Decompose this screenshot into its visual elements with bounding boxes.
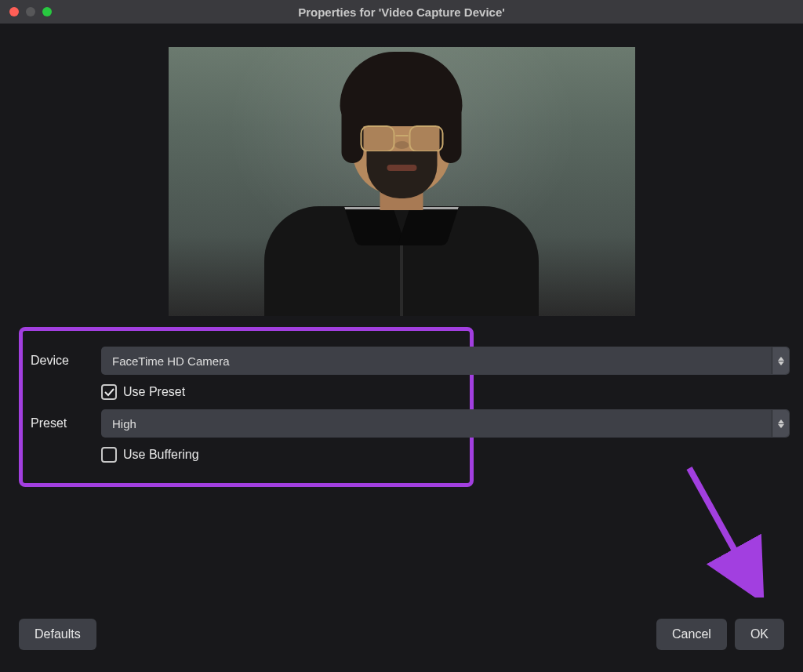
window-title: Properties for 'Video Capture Device' — [298, 5, 505, 19]
device-label: Device — [31, 354, 100, 368]
use-preset-checkbox[interactable] — [101, 384, 117, 400]
use-buffering-label: Use Buffering — [123, 448, 199, 462]
preset-label: Preset — [31, 416, 100, 430]
preset-value: High — [112, 417, 136, 430]
titlebar: Properties for 'Video Capture Device' — [0, 0, 803, 24]
use-preset-label: Use Preset — [123, 385, 185, 399]
defaults-button[interactable]: Defaults — [19, 619, 96, 650]
device-dropdown[interactable]: FaceTime HD Camera — [101, 347, 790, 375]
use-buffering-checkbox[interactable] — [101, 447, 117, 463]
preset-dropdown[interactable]: High — [101, 409, 790, 438]
maximize-icon[interactable] — [42, 7, 52, 16]
stepper-icon[interactable] — [772, 410, 789, 437]
device-value: FaceTime HD Camera — [112, 354, 229, 368]
ok-button[interactable]: OK — [735, 619, 784, 650]
window-controls — [9, 7, 52, 16]
stepper-icon[interactable] — [772, 347, 789, 374]
close-icon[interactable] — [9, 7, 19, 16]
cancel-button[interactable]: Cancel — [656, 619, 727, 650]
settings-highlight-box: Device FaceTime HD Camera Use Preset Pre… — [19, 327, 474, 487]
video-preview — [169, 47, 635, 316]
webcam-subject — [264, 206, 539, 316]
minimize-icon[interactable] — [26, 7, 35, 16]
